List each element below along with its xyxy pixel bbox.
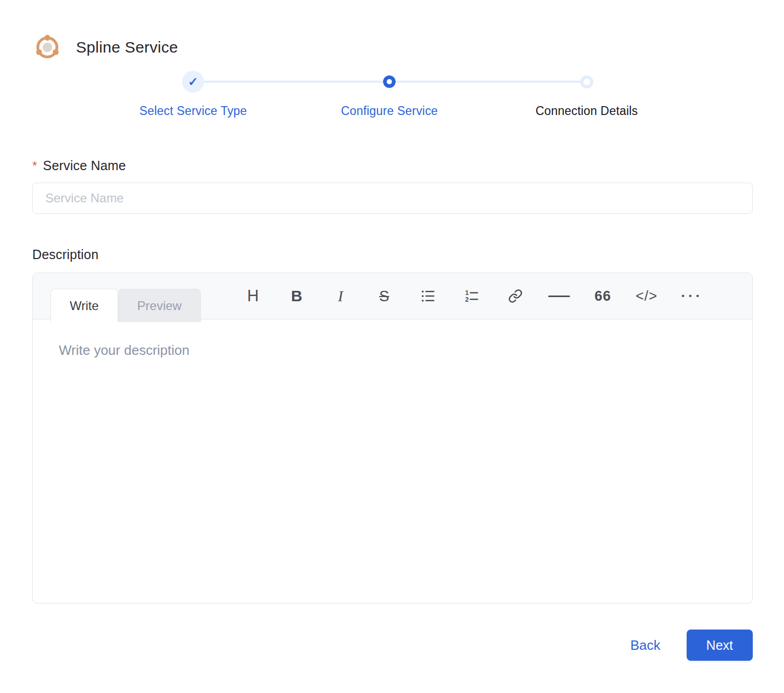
quote-icon: 66 [595, 288, 611, 304]
step-label: Configure Service [341, 104, 438, 118]
more-button[interactable]: ••• [668, 279, 712, 313]
step-connection-details[interactable]: Connection Details [536, 71, 638, 118]
strikethrough-icon: S [379, 288, 389, 305]
step-label: Connection Details [536, 104, 638, 118]
quote-button[interactable]: 66 [581, 279, 625, 313]
bold-icon: B [291, 287, 302, 305]
svg-text:2: 2 [465, 296, 469, 303]
code-button[interactable]: </> [625, 279, 668, 313]
required-asterisk: * [32, 159, 37, 173]
step-label: Select Service Type [140, 104, 247, 118]
bullet-list-icon [420, 288, 436, 304]
italic-icon: I [338, 287, 343, 305]
back-button[interactable]: Back [630, 637, 661, 653]
wizard-stepper: ✓ Select Service Type Configure Service … [0, 71, 784, 125]
editor-tabs: Write Preview [50, 289, 201, 319]
link-icon [508, 289, 523, 303]
svg-text:1: 1 [465, 289, 469, 297]
app-header: Spline Service [0, 0, 784, 62]
page-title: Spline Service [76, 38, 178, 56]
description-label: Description [32, 247, 753, 262]
link-button[interactable] [494, 279, 537, 313]
strikethrough-button[interactable]: S [362, 279, 406, 313]
step-configure-service[interactable]: Configure Service [341, 71, 438, 118]
markdown-editor: Write Preview H B I [32, 273, 753, 604]
numbered-list-icon: 1 2 [464, 288, 479, 304]
step-circle-completed: ✓ [182, 71, 204, 93]
tab-write[interactable]: Write [50, 289, 118, 322]
horizontal-rule-icon [548, 296, 570, 297]
description-textarea[interactable] [33, 319, 752, 603]
wizard-footer: Back Next [31, 630, 753, 661]
horizontal-rule-button[interactable] [537, 279, 581, 313]
heading-icon: H [247, 287, 259, 305]
editor-toolbar: H B I S [231, 279, 712, 313]
spline-service-logo-icon [32, 32, 62, 62]
step-circle-active [378, 71, 400, 93]
check-icon: ✓ [188, 76, 198, 88]
step-circle-upcoming [576, 71, 598, 93]
tab-preview[interactable]: Preview [118, 289, 201, 322]
bold-button[interactable]: B [275, 279, 319, 313]
numbered-list-button[interactable]: 1 2 [450, 279, 494, 313]
service-name-label: * Service Name [32, 158, 753, 173]
tab-preview-label: Preview [137, 299, 182, 313]
code-icon: </> [636, 288, 657, 304]
service-name-input[interactable] [32, 183, 753, 214]
next-button[interactable]: Next [687, 630, 753, 661]
italic-button[interactable]: I [319, 279, 362, 313]
configure-service-form: * Service Name Description Write Preview [32, 158, 753, 604]
heading-button[interactable]: H [231, 279, 275, 313]
editor-body [33, 319, 752, 603]
description-label-text: Description [32, 247, 98, 262]
step-select-service-type[interactable]: ✓ Select Service Type [140, 71, 247, 118]
more-options-icon: ••• [677, 291, 703, 301]
configure-service-page: Spline Service ✓ Select Service Type Con… [0, 0, 784, 693]
tab-write-label: Write [70, 299, 99, 313]
editor-header: Write Preview H B I [33, 273, 752, 319]
bullet-list-button[interactable] [406, 279, 450, 313]
service-name-label-text: Service Name [43, 158, 126, 173]
